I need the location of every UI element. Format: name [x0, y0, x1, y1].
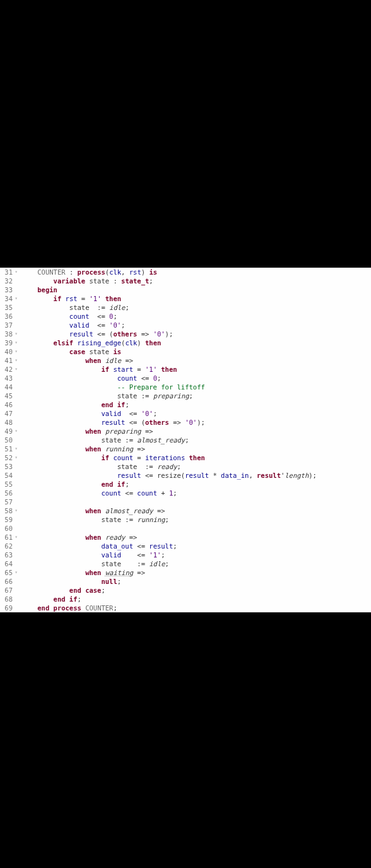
fold-icon[interactable]: ▾	[13, 296, 18, 300]
code-line[interactable]: state := almost_ready;	[21, 436, 371, 444]
code-area[interactable]: COUNTER : process(clk, rst) is variable …	[14, 268, 371, 612]
code-line[interactable]: state := running;	[21, 515, 371, 524]
code-editor[interactable]: 31▾323334▾35363738▾39▾40▾41▾42▾434445464…	[0, 268, 371, 612]
code-line[interactable]	[21, 524, 371, 533]
fold-icon[interactable]: ▾	[13, 340, 18, 345]
line-number: 38▾	[0, 330, 13, 338]
code-line[interactable]: count <= 0;	[21, 374, 371, 383]
line-number: 46	[0, 400, 13, 409]
fold-icon[interactable]: ▾	[13, 429, 18, 433]
line-number: 60	[0, 524, 13, 533]
code-line[interactable]: if start = '1' then	[21, 365, 371, 374]
code-line[interactable]: count <= count + 1;	[21, 489, 371, 497]
line-number: 54	[0, 471, 13, 480]
code-line[interactable]: if count = iterations then	[21, 453, 371, 462]
line-number: 44	[0, 383, 13, 391]
line-number: 69	[0, 603, 13, 612]
line-number: 57	[0, 497, 13, 506]
line-number: 61▾	[0, 533, 13, 542]
line-number: 68	[0, 595, 13, 603]
line-number: 33	[0, 285, 13, 294]
fold-icon[interactable]: ▾	[13, 570, 18, 574]
line-number: 53	[0, 462, 13, 471]
code-line[interactable]: when idle =>	[21, 356, 371, 365]
code-line[interactable]: when preparing =>	[21, 427, 371, 436]
code-line[interactable]: result <= (others => '0');	[21, 418, 371, 427]
line-number: 66	[0, 577, 13, 586]
code-line[interactable]: valid <= '0';	[21, 409, 371, 418]
line-number: 37	[0, 321, 13, 330]
fold-icon[interactable]: ▾	[13, 535, 18, 539]
line-number: 49▾	[0, 427, 13, 436]
line-number: 45	[0, 391, 13, 400]
code-line[interactable]: begin	[21, 285, 371, 294]
line-number: 36	[0, 312, 13, 321]
line-number: 48	[0, 418, 13, 427]
code-line[interactable]: when ready =>	[21, 533, 371, 542]
code-line[interactable]: count <= 0;	[21, 312, 371, 321]
line-number: 35	[0, 303, 13, 312]
line-number: 34▾	[0, 294, 13, 303]
fold-icon[interactable]: ▾	[13, 270, 18, 274]
line-number: 43	[0, 374, 13, 383]
line-number: 63	[0, 550, 13, 559]
code-line[interactable]: end if;	[21, 480, 371, 489]
code-line[interactable]: variable state : state_t;	[21, 276, 371, 285]
code-line[interactable]	[21, 497, 371, 506]
code-line[interactable]: result <= resize(result * data_in, resul…	[21, 471, 371, 480]
fold-icon[interactable]: ▾	[13, 446, 18, 451]
fold-icon[interactable]: ▾	[13, 367, 18, 371]
code-line[interactable]: state := preparing;	[21, 391, 371, 400]
line-number: 31▾	[0, 268, 13, 276]
code-line[interactable]: result <= (others => '0');	[21, 330, 371, 338]
line-number: 41▾	[0, 356, 13, 365]
line-number: 39▾	[0, 338, 13, 347]
line-number: 59	[0, 515, 13, 524]
code-line[interactable]: end case;	[21, 586, 371, 595]
line-number: 65▾	[0, 568, 13, 577]
code-line[interactable]: end if;	[21, 400, 371, 409]
fold-icon[interactable]: ▾	[13, 358, 18, 362]
code-line[interactable]: case state is	[21, 347, 371, 356]
code-line[interactable]: state := idle;	[21, 559, 371, 568]
code-line[interactable]: -- Prepare for liftoff	[21, 383, 371, 391]
code-line[interactable]: if rst = '1' then	[21, 294, 371, 303]
code-line[interactable]: valid <= '0';	[21, 321, 371, 330]
fold-icon[interactable]: ▾	[13, 331, 18, 336]
line-number: 50	[0, 436, 13, 444]
code-line[interactable]: elsif rising_edge(clk) then	[21, 338, 371, 347]
code-line[interactable]: when waiting =>	[21, 568, 371, 577]
code-line[interactable]: data_out <= result;	[21, 542, 371, 550]
line-number: 55	[0, 480, 13, 489]
code-line[interactable]: valid <= '1';	[21, 550, 371, 559]
code-line[interactable]: null;	[21, 577, 371, 586]
code-line[interactable]: end process COUNTER;	[21, 603, 371, 612]
code-line[interactable]: end if;	[21, 595, 371, 603]
line-number: 58▾	[0, 506, 13, 515]
line-number: 42▾	[0, 365, 13, 374]
line-number: 64	[0, 559, 13, 568]
code-line[interactable]: when running =>	[21, 444, 371, 453]
line-number-gutter: 31▾323334▾35363738▾39▾40▾41▾42▾434445464…	[0, 268, 14, 612]
code-line[interactable]: COUNTER : process(clk, rst) is	[21, 268, 371, 276]
fold-icon[interactable]: ▾	[13, 508, 18, 513]
line-number: 40▾	[0, 347, 13, 356]
fold-icon[interactable]: ▾	[13, 349, 18, 354]
line-number: 32	[0, 276, 13, 285]
fold-icon[interactable]: ▾	[13, 455, 18, 460]
line-number: 47	[0, 409, 13, 418]
line-number: 62	[0, 542, 13, 550]
line-number: 51▾	[0, 444, 13, 453]
code-line[interactable]: state := idle;	[21, 303, 371, 312]
line-number: 52▾	[0, 453, 13, 462]
line-number: 56	[0, 489, 13, 497]
line-number: 67	[0, 586, 13, 595]
code-line[interactable]: when almost_ready =>	[21, 506, 371, 515]
code-line[interactable]: state := ready;	[21, 462, 371, 471]
